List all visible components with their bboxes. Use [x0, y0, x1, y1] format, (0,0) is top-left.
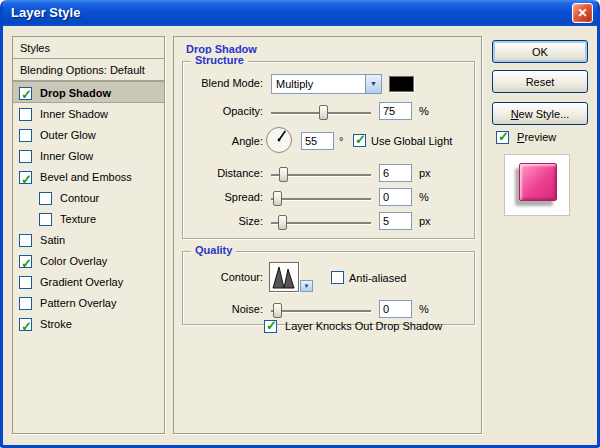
style-item-drop-shadow[interactable]: Drop Shadow — [13, 81, 164, 103]
blending-options-item[interactable]: Blending Options: Default — [13, 59, 164, 81]
size-label: Size: — [183, 215, 263, 227]
spread-row: Spread: % — [183, 188, 474, 210]
angle-row: Angle: ° Use Global Light — [183, 126, 474, 158]
style-item-texture[interactable]: Texture — [13, 208, 164, 229]
slider-thumb[interactable] — [279, 167, 288, 182]
distance-label: Distance: — [183, 167, 263, 179]
opacity-input[interactable] — [379, 102, 412, 120]
size-row: Size: px — [183, 212, 474, 234]
spread-unit: % — [419, 191, 429, 203]
size-input[interactable] — [379, 212, 412, 230]
blending-options-label: Blending Options: Default — [20, 64, 145, 76]
slider-thumb[interactable] — [278, 215, 287, 230]
distance-input[interactable] — [379, 164, 412, 182]
preview-layer-square — [519, 163, 557, 201]
style-item-bevel-and-emboss[interactable]: Bevel and Emboss — [13, 166, 164, 187]
satin-checkbox[interactable] — [19, 234, 32, 247]
style-item-color-overlay[interactable]: Color Overlay — [13, 250, 164, 271]
color-overlay-checkbox[interactable] — [19, 255, 32, 268]
blend-mode-row: Blend Mode: Multiply ▼ — [183, 74, 474, 96]
dialog-body: Styles Blending Options: Default Drop Sh… — [3, 26, 597, 445]
shadow-color-swatch[interactable] — [389, 76, 414, 92]
preview-toggle-row: Preview — [496, 130, 556, 144]
pattern-overlay-checkbox[interactable] — [19, 297, 32, 310]
angle-dial[interactable] — [265, 126, 293, 154]
noise-slider[interactable] — [271, 302, 371, 319]
drop-shadow-checkbox[interactable] — [19, 87, 32, 100]
styles-panel-header: Styles — [13, 37, 164, 59]
spread-slider[interactable] — [271, 190, 371, 207]
contour-curve-icon — [270, 263, 298, 291]
anti-aliased-checkbox[interactable] — [331, 271, 344, 284]
style-item-stroke[interactable]: Stroke — [13, 313, 164, 334]
size-slider[interactable] — [271, 214, 371, 231]
reset-button[interactable]: Reset — [492, 70, 588, 93]
distance-slider[interactable] — [271, 166, 371, 183]
noise-input[interactable] — [379, 300, 412, 318]
ok-button[interactable]: OK — [492, 40, 588, 63]
style-item-label: Bevel and Emboss — [40, 171, 132, 183]
stroke-checkbox[interactable] — [19, 318, 32, 331]
contour-dropdown-icon[interactable]: ▼ — [300, 280, 313, 292]
quality-group: Quality Contour: ▼ Anti-aliased Noise: — [182, 251, 475, 325]
style-item-label: Pattern Overlay — [40, 297, 116, 309]
use-global-light-label: Use Global Light — [371, 135, 452, 147]
contour-picker[interactable] — [269, 262, 299, 292]
drop-shadow-panel: Drop Shadow Structure Blend Mode: Multip… — [173, 36, 482, 434]
inner-glow-checkbox[interactable] — [19, 150, 32, 163]
opacity-slider[interactable] — [271, 104, 371, 121]
angle-input[interactable] — [301, 132, 334, 150]
slider-thumb[interactable] — [273, 303, 282, 318]
style-item-contour[interactable]: Contour — [13, 187, 164, 208]
style-item-label: Color Overlay — [40, 255, 107, 267]
angle-unit: ° — [339, 135, 343, 147]
style-item-label: Gradient Overlay — [40, 276, 123, 288]
style-item-gradient-overlay[interactable]: Gradient Overlay — [13, 271, 164, 292]
style-item-inner-shadow[interactable]: Inner Shadow — [13, 103, 164, 124]
bevel-and-emboss-checkbox[interactable] — [19, 171, 32, 184]
use-global-light-checkbox[interactable] — [353, 134, 366, 147]
close-icon[interactable]: ✕ — [572, 3, 593, 23]
style-item-satin[interactable]: Satin — [13, 229, 164, 250]
angle-label: Angle: — [183, 135, 263, 147]
layer-knocks-out-label: Layer Knocks Out Drop Shadow — [285, 320, 442, 332]
contour-row: Contour: ▼ Anti-aliased — [183, 258, 474, 294]
gradient-overlay-checkbox[interactable] — [19, 276, 32, 289]
blend-mode-value: Multiply — [276, 78, 313, 90]
preview-label: Preview — [517, 131, 556, 143]
knockout-row: Layer Knocks Out Drop Shadow — [264, 319, 442, 333]
layer-style-dialog: Layer Style ✕ Styles Blending Options: D… — [0, 0, 600, 448]
style-item-label: Inner Glow — [40, 150, 93, 162]
distance-unit: px — [419, 167, 431, 179]
size-unit: px — [419, 215, 431, 227]
slider-track[interactable] — [271, 310, 371, 312]
style-item-inner-glow[interactable]: Inner Glow — [13, 145, 164, 166]
titlebar[interactable]: Layer Style ✕ — [3, 0, 597, 26]
chevron-down-icon[interactable]: ▼ — [365, 75, 381, 93]
style-item-pattern-overlay[interactable]: Pattern Overlay — [13, 292, 164, 313]
inner-shadow-checkbox[interactable] — [19, 108, 32, 121]
opacity-unit: % — [419, 105, 429, 117]
style-item-outer-glow[interactable]: Outer Glow — [13, 124, 164, 145]
layer-knocks-out-checkbox[interactable] — [264, 320, 277, 333]
style-item-label: Inner Shadow — [40, 108, 108, 120]
slider-track[interactable] — [271, 198, 371, 200]
preview-checkbox[interactable] — [496, 131, 509, 144]
style-item-label: Satin — [40, 234, 65, 246]
contour-checkbox[interactable] — [39, 192, 52, 205]
outer-glow-checkbox[interactable] — [19, 129, 32, 142]
style-item-label: Drop Shadow — [40, 87, 111, 99]
texture-checkbox[interactable] — [39, 213, 52, 226]
slider-thumb[interactable] — [273, 191, 282, 206]
new-style-button[interactable]: New Style... — [492, 102, 588, 125]
style-preview-thumbnail — [504, 154, 570, 216]
styles-panel-header-label: Styles — [20, 42, 50, 54]
blend-mode-select[interactable]: Multiply ▼ — [271, 74, 382, 94]
blend-mode-label: Blend Mode: — [183, 77, 263, 89]
style-item-label: Texture — [60, 213, 96, 225]
preview-label-text: Preview — [517, 131, 556, 143]
distance-row: Distance: px — [183, 164, 474, 186]
noise-label: Noise: — [183, 303, 263, 315]
spread-input[interactable] — [379, 188, 412, 206]
slider-thumb[interactable] — [319, 105, 328, 120]
